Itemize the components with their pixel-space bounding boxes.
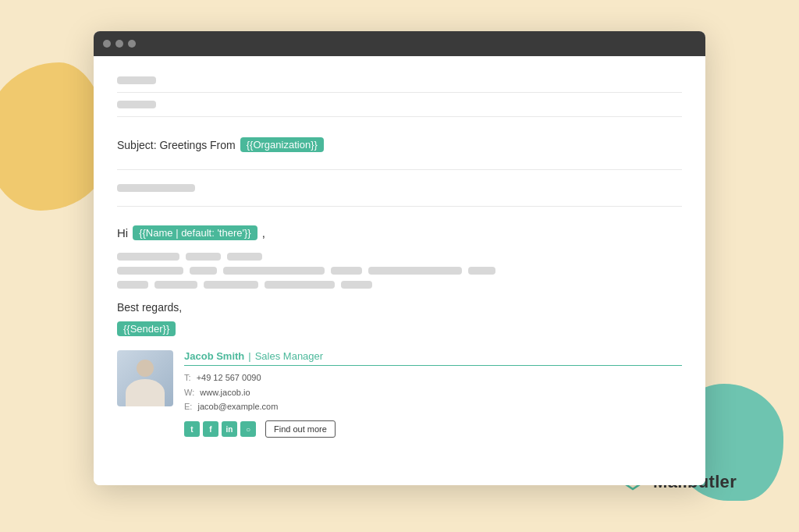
instagram-icon[interactable]: ○ <box>240 421 256 437</box>
twitter-icon[interactable]: t <box>184 421 200 437</box>
skeleton-row-1 <box>117 253 682 261</box>
browser-titlebar <box>94 31 705 56</box>
sk2a <box>117 267 183 275</box>
sig-name: Jacob Smith <box>184 350 244 362</box>
closing-text: Best regards, <box>117 301 682 314</box>
sk3d <box>265 281 335 289</box>
sk2c <box>223 267 325 275</box>
sk3c <box>204 281 258 289</box>
sk3a <box>117 281 148 289</box>
sk3b <box>154 281 197 289</box>
sig-web: W: www.jacob.io <box>184 385 682 400</box>
sk2d <box>331 267 362 275</box>
web-value: www.jacob.io <box>200 388 250 397</box>
organization-tag: {{Organization}} <box>240 137 324 152</box>
phone-value: +49 12 567 0090 <box>197 373 261 382</box>
sk2f <box>468 267 495 275</box>
sk2b <box>190 267 217 275</box>
signature-block: Jacob Smith | Sales Manager T: +49 12 56… <box>117 347 682 438</box>
sig-social-row: t f in ○ Find out more <box>184 420 682 438</box>
titlebar-dot-green <box>128 40 136 48</box>
browser-window: Subject: Greetings From {{Organization}}… <box>94 31 705 485</box>
greeting-line: Hi {{Name | default: 'there'}} , <box>117 215 682 246</box>
phone-label: T: <box>184 373 191 382</box>
sk1c <box>227 253 262 261</box>
titlebar-dot-yellow <box>115 40 123 48</box>
skeleton-row-3 <box>117 281 682 289</box>
linkedin-icon[interactable]: in <box>222 421 237 437</box>
find-out-more-button[interactable]: Find out more <box>265 420 336 438</box>
sig-email: E: jacob@example.com <box>184 399 682 414</box>
email-content: Subject: Greetings From {{Organization}}… <box>94 56 705 485</box>
facebook-icon[interactable]: f <box>203 421 218 437</box>
signature-info: Jacob Smith | Sales Manager T: +49 12 56… <box>184 350 682 438</box>
subject-prefix: Subject: Greetings From <box>117 139 236 151</box>
sk2e <box>368 267 462 275</box>
from-skeleton <box>117 101 156 108</box>
greeting-suffix: , <box>262 226 265 239</box>
sig-phone: T: +49 12 567 0090 <box>184 371 682 385</box>
avatar <box>117 350 173 406</box>
sk3e <box>341 281 372 289</box>
sig-name-separator: | <box>248 350 250 362</box>
titlebar-dot-red <box>103 40 111 48</box>
body-skeleton-area <box>117 253 682 289</box>
decorative-blob-left <box>0 62 109 211</box>
to-skeleton <box>117 76 156 84</box>
sig-title: Sales Manager <box>255 350 323 362</box>
email-value: jacob@example.com <box>197 402 278 411</box>
email-label: E: <box>184 402 192 411</box>
sk1a <box>117 253 179 261</box>
web-label: W: <box>184 388 194 397</box>
sender-tag: {{Sender}} <box>117 321 176 336</box>
skeleton-row-2 <box>117 267 682 275</box>
name-tag: {{Name | default: 'there'}} <box>133 225 257 240</box>
greeting-prefix: Hi <box>117 226 128 239</box>
sk1b <box>186 253 221 261</box>
subject-line: Subject: Greetings From {{Organization}} <box>117 128 682 161</box>
recipient-skeleton <box>117 184 195 192</box>
sig-name-line: Jacob Smith | Sales Manager <box>184 350 682 366</box>
